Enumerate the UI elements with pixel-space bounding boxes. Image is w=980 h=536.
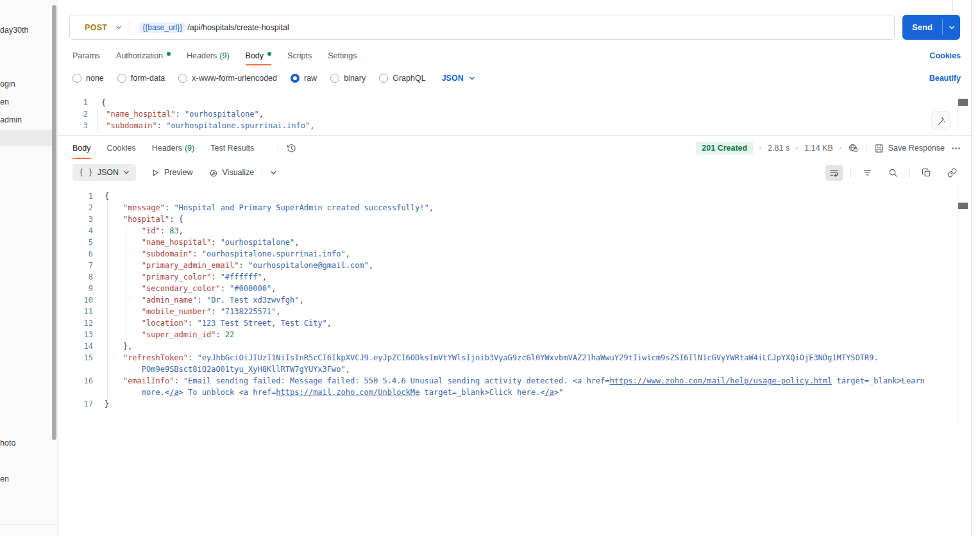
filter-icon[interactable]	[859, 165, 876, 181]
body-type-graphql[interactable]: GraphQL	[379, 74, 425, 83]
response-format-selector[interactable]: { } JSON	[72, 164, 136, 181]
radio-icon	[379, 74, 388, 83]
response-body-editor[interactable]: 1{2 "message": "Hospital and Primary Sup…	[58, 185, 956, 536]
sidebar-item[interactable]: day30th	[0, 26, 28, 35]
request-body-editor[interactable]: 1{2 "name_hospital": "ourhospitalone",3 …	[58, 94, 956, 135]
chevron-down-icon	[123, 169, 130, 176]
indent-guide	[126, 225, 126, 340]
chevron-down-icon	[115, 24, 122, 31]
chevron-down-icon	[469, 75, 475, 81]
code-line: 5 "name_hospital": "ourhospitalone",	[58, 237, 956, 248]
sidebar-item[interactable]: hoto	[0, 439, 15, 448]
code-line: 11 "mobile_number": "7138225571",	[58, 306, 956, 317]
sidebar-item[interactable]: admin	[0, 115, 22, 124]
body-type-form-data[interactable]: form-data	[117, 74, 165, 83]
response-toolbar: { } JSON Preview Visualize	[72, 163, 961, 182]
green-dot-icon	[267, 52, 271, 56]
code-line: 3 "subdomain": "ourhospitalone.spurrinai…	[58, 120, 956, 131]
divider	[909, 167, 910, 178]
request-tab-headers[interactable]: Headers(9)	[187, 46, 230, 65]
language-selector[interactable]: JSON	[442, 74, 475, 83]
code-line: more.</a> To unblock <a href=https://mai…	[58, 387, 956, 398]
method-selector[interactable]: POST	[70, 23, 130, 32]
sparkle-wand-icon	[208, 168, 218, 178]
response-tab-test-results[interactable]: Test Results	[210, 137, 254, 159]
request-tab-scripts[interactable]: Scripts	[287, 46, 312, 65]
viewer-options-chevron-icon[interactable]	[270, 169, 277, 176]
url-path[interactable]: /api/hospitals/create-hospital	[187, 23, 289, 32]
sidebar-item[interactable]: en	[0, 97, 9, 106]
sidebar-items: day30thoginenadminhotoen	[0, 0, 57, 536]
save-icon	[874, 144, 884, 153]
wrap-text-icon[interactable]	[825, 165, 843, 181]
indent-guide	[97, 108, 98, 132]
response-size: 1.14 KB	[804, 144, 832, 153]
sidebar-bottom-divider	[0, 524, 58, 525]
meta-separator-dot	[796, 147, 798, 149]
code-line: 16 "emailInfo": "Email sending failed: M…	[58, 375, 956, 387]
save-response-label: Save Response	[888, 144, 945, 153]
code-line: 12 "location": "123 Test Street, Test Ci…	[58, 317, 956, 329]
sidebar-item[interactable]: en	[0, 474, 9, 483]
cookies-link[interactable]: Cookies	[929, 51, 961, 60]
body-type-row: noneform-datax-www-form-urlencodedrawbin…	[72, 69, 961, 87]
divider	[278, 143, 278, 153]
body-type-raw[interactable]: raw	[291, 74, 317, 83]
visualize-button[interactable]: Visualize	[208, 168, 255, 178]
request-editor-scroll-thumb[interactable]	[958, 99, 968, 106]
code-line: 10 "admin_name": "Dr. Test xd3zwvfgh",	[58, 294, 956, 306]
code-line: 17}	[58, 398, 956, 410]
code-line: 2 "message": "Hospital and Primary Super…	[58, 202, 956, 214]
language-label: JSON	[442, 74, 464, 83]
body-type-none[interactable]: none	[72, 74, 104, 83]
link-icon[interactable]	[943, 165, 961, 181]
body-type-options: noneform-datax-www-form-urlencodedrawbin…	[72, 74, 439, 83]
send-button[interactable]: Send	[902, 15, 960, 40]
sidebar-item-selected[interactable]	[0, 130, 52, 146]
response-tab-headers[interactable]: Headers(9)	[152, 137, 195, 159]
preview-label: Preview	[164, 168, 192, 177]
radio-icon	[72, 74, 81, 83]
code-line: 2 "name_hospital": "ourhospitalone",	[58, 108, 956, 120]
response-history-icon[interactable]	[286, 143, 297, 154]
response-format-label: JSON	[97, 168, 119, 177]
play-icon	[151, 169, 160, 177]
magic-wand-icon	[936, 115, 946, 126]
beautify-link[interactable]: Beautify	[929, 74, 961, 83]
code-line: 8 "primary_color": "#ffffff",	[58, 271, 956, 283]
save-response-button[interactable]: Save Response	[874, 144, 945, 153]
body-type-binary[interactable]: binary	[330, 74, 366, 83]
indent-guide	[107, 202, 108, 398]
response-tab-body[interactable]: Body	[72, 137, 91, 159]
request-response-divider	[58, 135, 971, 136]
code-line: 1{	[58, 97, 956, 108]
sidebar-item[interactable]: ogin	[0, 80, 15, 88]
send-button-label: Send	[902, 15, 942, 40]
url-variable-chip[interactable]: {{base_url}}	[139, 22, 185, 33]
response-editor-scroll-track	[958, 185, 958, 423]
code-line: 15 "refreshToken": "eyJhbGciOiJIUzI1NiIs…	[58, 352, 956, 364]
copy-icon[interactable]	[918, 165, 935, 181]
request-tab-params[interactable]: Params	[72, 46, 100, 65]
code-line: 7 "primary_admin_email": "ourhospitalone…	[58, 260, 956, 271]
request-tab-body[interactable]: Body	[246, 46, 272, 65]
response-toolbar-right	[825, 165, 961, 181]
body-type-x-www-form-urlencoded[interactable]: x-www-form-urlencoded	[178, 74, 277, 83]
sidebar-scrollbar[interactable]	[52, 5, 56, 440]
response-more-actions-icon[interactable]	[951, 144, 961, 153]
response-editor-scroll-thumb[interactable]	[958, 203, 968, 209]
response-time: 2.81 s	[768, 144, 790, 153]
response-tab-cookies[interactable]: Cookies	[107, 137, 136, 159]
request-tab-authorization[interactable]: Authorization	[116, 46, 171, 65]
network-info-globe-icon[interactable]	[848, 143, 858, 153]
code-line: 4 "id": 83,	[58, 225, 956, 237]
preview-button[interactable]: Preview	[151, 168, 192, 177]
collections-sidebar: day30thoginenadminhotoen	[0, 0, 58, 536]
search-icon[interactable]	[884, 165, 902, 181]
status-badge: 201 Created	[696, 142, 753, 155]
code-line: 1{	[58, 190, 956, 202]
request-tab-settings[interactable]: Settings	[328, 46, 357, 65]
code-line: POm9e9SBsct8iQ2aO01tyu_XyH8KllRTW7gYUYx3…	[58, 364, 956, 375]
postbot-ai-button[interactable]	[931, 111, 950, 130]
send-options-chevron-icon[interactable]	[943, 15, 960, 40]
